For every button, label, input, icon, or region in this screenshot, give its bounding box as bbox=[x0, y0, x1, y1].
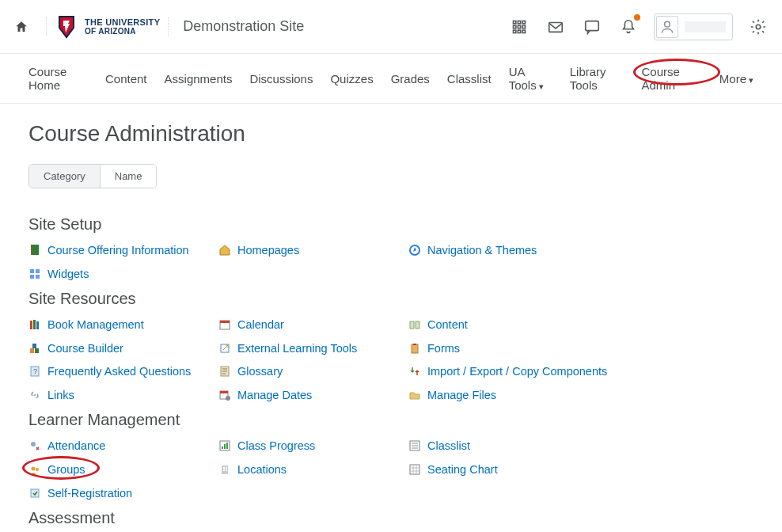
top-util-icons bbox=[508, 13, 769, 40]
svg-rect-19 bbox=[36, 275, 40, 279]
svg-text:?: ? bbox=[33, 367, 37, 375]
svg-rect-16 bbox=[30, 269, 34, 273]
nav-classlist[interactable]: Classlist bbox=[447, 72, 492, 86]
svg-rect-46 bbox=[223, 467, 225, 469]
svg-rect-49 bbox=[226, 469, 227, 471]
nav-more[interactable]: More▾ bbox=[719, 72, 754, 86]
tool-link-label: Links bbox=[47, 388, 74, 404]
top-navbar: THE UNIVERSITY OF ARIZONA Demonstration … bbox=[0, 0, 782, 54]
svg-rect-1 bbox=[518, 21, 520, 23]
glossary-icon bbox=[218, 365, 231, 378]
tool-link-label: Widgets bbox=[47, 267, 89, 283]
svg-rect-14 bbox=[31, 245, 32, 255]
svg-rect-24 bbox=[220, 321, 230, 323]
tool-link-label: Self-Registration bbox=[47, 486, 132, 502]
tool-links[interactable]: Links bbox=[28, 388, 218, 404]
tool-seating-chart[interactable]: Seating Chart bbox=[408, 462, 614, 478]
tool-content[interactable]: Content bbox=[408, 317, 614, 333]
tool-locations[interactable]: Locations bbox=[218, 462, 408, 478]
svg-point-11 bbox=[665, 21, 670, 27]
tool-link-label: Groups bbox=[47, 462, 85, 478]
tool-widgets[interactable]: Widgets bbox=[28, 267, 218, 283]
section-site-setup: Site Setup bbox=[28, 215, 754, 234]
svg-point-43 bbox=[32, 467, 36, 471]
toggle-name-button[interactable]: Name bbox=[100, 165, 157, 188]
nav-content[interactable]: Content bbox=[105, 72, 147, 86]
svg-rect-18 bbox=[30, 275, 34, 279]
books-icon bbox=[28, 318, 41, 331]
org-logo[interactable]: THE UNIVERSITY OF ARIZONA bbox=[55, 15, 160, 39]
separator bbox=[168, 17, 169, 36]
nav-discussions[interactable]: Discussions bbox=[249, 72, 313, 86]
tool-link-label: Calendar bbox=[237, 317, 284, 333]
org-name-line2: OF ARIZONA bbox=[85, 27, 160, 36]
tool-book-management[interactable]: Book Management bbox=[28, 317, 218, 333]
tool-groups[interactable]: Groups bbox=[28, 462, 218, 478]
gear-icon[interactable] bbox=[747, 16, 769, 38]
nav-course-admin[interactable]: Course Admin bbox=[641, 65, 679, 92]
tool-glossary[interactable]: Glossary bbox=[218, 364, 408, 380]
tool-homepages[interactable]: Homepages bbox=[218, 243, 408, 259]
tool-import-export[interactable]: Import / Export / Copy Components bbox=[408, 364, 614, 380]
separator bbox=[46, 17, 47, 36]
book-icon bbox=[28, 244, 41, 256]
tool-manage-files[interactable]: Manage Files bbox=[408, 388, 614, 404]
svg-rect-21 bbox=[33, 320, 36, 329]
mail-icon[interactable] bbox=[545, 16, 567, 38]
svg-point-37 bbox=[31, 442, 36, 446]
question-icon: ? bbox=[28, 365, 41, 378]
house-icon bbox=[218, 244, 231, 256]
tool-link-label: Course Offering Information bbox=[47, 243, 189, 259]
svg-point-12 bbox=[756, 25, 761, 29]
attendance-icon bbox=[28, 439, 41, 452]
nav-grades[interactable]: Grades bbox=[391, 72, 430, 86]
tool-link-label: Import / Export / Copy Components bbox=[427, 364, 607, 380]
tool-class-progress[interactable]: Class Progress bbox=[218, 439, 408, 454]
svg-rect-40 bbox=[224, 444, 226, 449]
tool-link-label: Forms bbox=[427, 341, 460, 357]
user-name-placeholder bbox=[685, 21, 726, 32]
tool-attendance[interactable]: Attendance bbox=[28, 439, 218, 454]
svg-rect-26 bbox=[35, 348, 39, 353]
home-icon[interactable] bbox=[13, 18, 30, 36]
svg-rect-41 bbox=[226, 443, 228, 449]
people-icon bbox=[28, 464, 41, 477]
nav-ua-tools[interactable]: UA Tools▾ bbox=[509, 65, 552, 92]
clipboard-icon bbox=[408, 342, 421, 355]
tool-classlist[interactable]: Classlist bbox=[408, 439, 614, 454]
tool-course-offering-information[interactable]: Course Offering Information bbox=[28, 243, 218, 259]
tool-forms[interactable]: Forms bbox=[408, 341, 614, 357]
section-assessment: Assessment bbox=[28, 509, 754, 527]
tool-self-registration[interactable]: Self-Registration bbox=[28, 486, 218, 502]
tool-external-learning-tools[interactable]: External Learning Tools bbox=[218, 341, 408, 357]
svg-rect-6 bbox=[514, 30, 516, 32]
tool-link-label: Locations bbox=[237, 462, 287, 478]
svg-rect-27 bbox=[32, 344, 36, 348]
toggle-category-button[interactable]: Category bbox=[29, 165, 100, 188]
nav-assignments[interactable]: Assignments bbox=[165, 72, 233, 86]
svg-rect-47 bbox=[226, 467, 227, 469]
nav-library-tools[interactable]: Library Tools bbox=[570, 65, 624, 92]
calendar-icon bbox=[218, 318, 231, 331]
site-title[interactable]: Demonstration Site bbox=[183, 18, 304, 35]
compass-icon bbox=[408, 244, 421, 256]
svg-point-36 bbox=[226, 396, 230, 401]
bell-icon[interactable] bbox=[617, 16, 640, 38]
chevron-down-icon: ▾ bbox=[539, 82, 544, 91]
apps-grid-icon[interactable] bbox=[508, 16, 530, 38]
nav-quizzes[interactable]: Quizzes bbox=[330, 72, 373, 86]
folder-icon bbox=[408, 389, 421, 401]
nav-course-home[interactable]: Course Home bbox=[28, 65, 88, 92]
user-menu[interactable] bbox=[654, 13, 733, 40]
tool-navigation-themes[interactable]: Navigation & Themes bbox=[408, 243, 614, 259]
chat-icon[interactable] bbox=[581, 16, 603, 38]
tool-link-label: Frequently Asked Questions bbox=[47, 364, 191, 380]
svg-rect-29 bbox=[412, 344, 418, 353]
view-toggle: Category Name bbox=[28, 164, 157, 188]
tool-calendar[interactable]: Calendar bbox=[218, 317, 408, 333]
tool-faq[interactable]: ? Frequently Asked Questions bbox=[28, 364, 218, 380]
tool-manage-dates[interactable]: Manage Dates bbox=[218, 388, 408, 404]
tool-course-builder[interactable]: Course Builder bbox=[28, 341, 218, 357]
page-title: Course Administration bbox=[28, 121, 754, 146]
external-tool-icon bbox=[218, 342, 231, 355]
